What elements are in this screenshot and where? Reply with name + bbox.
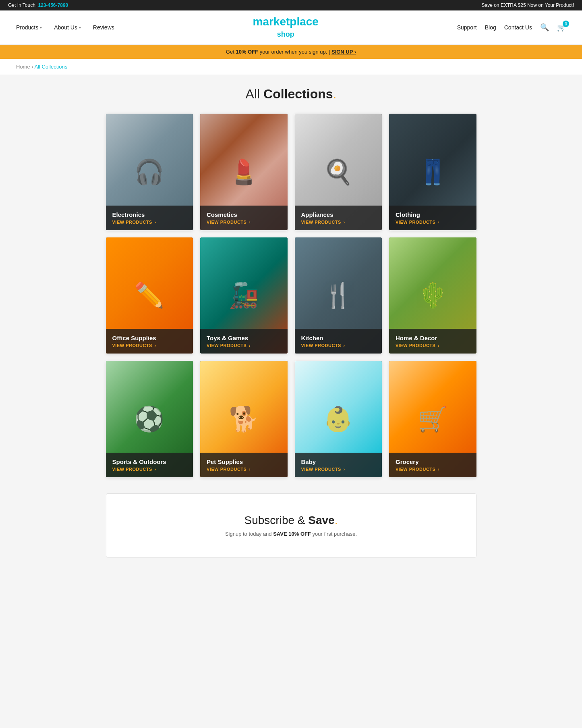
collection-card-sports-outdoors[interactable]: ⚽ Sports & Outdoors VIEW PRODUCTS › xyxy=(106,361,193,477)
card-link-cosmetics[interactable]: VIEW PRODUCTS › xyxy=(207,220,281,225)
save-amount: EXTRA $25 xyxy=(501,2,526,8)
collection-card-pet-supplies[interactable]: 🐕 Pet Supplies VIEW PRODUCTS › xyxy=(200,361,288,477)
signup-link[interactable]: SIGN UP › xyxy=(331,49,356,55)
card-link-toys-games[interactable]: VIEW PRODUCTS › xyxy=(207,343,281,348)
cart-icon[interactable]: 🛒 0 xyxy=(557,23,566,32)
card-overlay-cosmetics: Cosmetics VIEW PRODUCTS › xyxy=(200,206,288,230)
arrow-icon: › xyxy=(249,220,251,225)
card-overlay-office-supplies: Office Supplies VIEW PRODUCTS › xyxy=(106,329,193,354)
card-link-appliances[interactable]: VIEW PRODUCTS › xyxy=(301,220,376,225)
card-link-sports-outdoors[interactable]: VIEW PRODUCTS › xyxy=(112,467,187,472)
logo-text: marketplace shop xyxy=(253,16,318,39)
arrow-icon: › xyxy=(249,343,251,348)
card-link-pet-supplies[interactable]: VIEW PRODUCTS › xyxy=(207,467,281,472)
card-title-clothing: Clothing xyxy=(396,211,470,218)
card-title-baby: Baby xyxy=(301,458,376,465)
card-link-electronics[interactable]: VIEW PRODUCTS › xyxy=(112,220,187,225)
card-overlay-clothing: Clothing VIEW PRODUCTS › xyxy=(389,206,476,230)
search-icon[interactable]: 🔍 xyxy=(540,23,549,32)
collections-grid: 🎧 Electronics VIEW PRODUCTS › 💄 Cosmetic… xyxy=(106,114,476,477)
card-title-cosmetics: Cosmetics xyxy=(207,211,281,218)
collection-card-office-supplies[interactable]: ✏️ Office Supplies VIEW PRODUCTS › xyxy=(106,237,193,354)
title-dot: . xyxy=(333,87,337,101)
card-link-grocery[interactable]: VIEW PRODUCTS › xyxy=(396,467,470,472)
save-suffix: Now on Your Product! xyxy=(527,2,574,8)
promo-sep: | xyxy=(329,49,331,55)
logo-sub: shop xyxy=(277,30,294,38)
collection-card-kitchen[interactable]: 🍴 Kitchen VIEW PRODUCTS › xyxy=(295,237,382,354)
arrow-icon: › xyxy=(438,467,439,472)
card-overlay-pet-supplies: Pet Supplies VIEW PRODUCTS › xyxy=(200,453,288,477)
card-title-office-supplies: Office Supplies xyxy=(112,335,187,341)
nav-right: Support Blog Contact Us 🔍 🛒 0 xyxy=(457,23,566,32)
arrow-icon: › xyxy=(343,467,345,472)
save-offer: Save on EXTRA $25 Now on Your Product! xyxy=(481,2,574,8)
nav-blog[interactable]: Blog xyxy=(485,24,496,31)
card-link-clothing[interactable]: VIEW PRODUCTS › xyxy=(396,220,470,225)
collection-card-home-decor[interactable]: 🌵 Home & Decor VIEW PRODUCTS › xyxy=(389,237,476,354)
nav-products[interactable]: Products ▾ xyxy=(16,24,42,31)
collection-card-grocery[interactable]: 🛒 Grocery VIEW PRODUCTS › xyxy=(389,361,476,477)
collection-card-appliances[interactable]: 🍳 Appliances VIEW PRODUCTS › xyxy=(295,114,382,230)
nav-support[interactable]: Support xyxy=(457,24,477,31)
subscribe-dot: . xyxy=(335,514,338,526)
breadcrumb-current: All Collections xyxy=(35,64,68,70)
card-title-sports-outdoors: Sports & Outdoors xyxy=(112,458,187,465)
arrow-icon: › xyxy=(343,220,345,225)
collection-card-clothing[interactable]: 👖 Clothing VIEW PRODUCTS › xyxy=(389,114,476,230)
card-link-kitchen[interactable]: VIEW PRODUCTS › xyxy=(301,343,376,348)
promo-banner: Get 10% OFF your order when you sign up.… xyxy=(0,45,582,59)
card-overlay-appliances: Appliances VIEW PRODUCTS › xyxy=(295,206,382,230)
promo-text2: your order when you sign up. xyxy=(260,49,327,55)
arrow-icon: › xyxy=(343,343,345,348)
breadcrumb-home[interactable]: Home xyxy=(16,64,30,70)
chevron-down-icon: ▾ xyxy=(79,25,81,30)
site-logo[interactable]: marketplace shop xyxy=(253,16,318,39)
chevron-down-icon: ▾ xyxy=(40,25,42,30)
arrow-icon: › xyxy=(438,220,439,225)
card-overlay-electronics: Electronics VIEW PRODUCTS › xyxy=(106,206,193,230)
breadcrumb: Home › All Collections xyxy=(0,59,582,75)
card-overlay-baby: Baby VIEW PRODUCTS › xyxy=(295,453,382,477)
subscribe-subtitle: Signup to today and SAVE 10% OFF your fi… xyxy=(122,531,460,537)
subscribe-title: Subscribe & Save. xyxy=(122,514,460,527)
contact-info: Get In Touch: 123-456-7890 xyxy=(8,2,68,8)
cart-badge: 0 xyxy=(563,21,569,27)
subscribe-section: Subscribe & Save. Signup to today and SA… xyxy=(106,493,476,557)
arrow-icon: › xyxy=(154,220,156,225)
card-link-office-supplies[interactable]: VIEW PRODUCTS › xyxy=(112,343,187,348)
collection-card-toys-games[interactable]: 🚂 Toys & Games VIEW PRODUCTS › xyxy=(200,237,288,354)
phone-number[interactable]: 123-456-7890 xyxy=(38,2,68,8)
card-overlay-sports-outdoors: Sports & Outdoors VIEW PRODUCTS › xyxy=(106,453,193,477)
main-nav: Products ▾ About Us ▾ Reviews marketplac… xyxy=(0,10,582,45)
card-title-electronics: Electronics xyxy=(112,211,187,218)
card-overlay-kitchen: Kitchen VIEW PRODUCTS › xyxy=(295,329,382,354)
top-bar: Get In Touch: 123-456-7890 Save on EXTRA… xyxy=(0,0,582,10)
card-overlay-toys-games: Toys & Games VIEW PRODUCTS › xyxy=(200,329,288,354)
save-text: Save on xyxy=(481,2,499,8)
card-overlay-grocery: Grocery VIEW PRODUCTS › xyxy=(389,453,476,477)
card-link-home-decor[interactable]: VIEW PRODUCTS › xyxy=(396,343,470,348)
collection-card-electronics[interactable]: 🎧 Electronics VIEW PRODUCTS › xyxy=(106,114,193,230)
card-title-pet-supplies: Pet Supplies xyxy=(207,458,281,465)
card-title-grocery: Grocery xyxy=(396,458,470,465)
breadcrumb-sep: › xyxy=(31,64,33,70)
arrow-icon: › xyxy=(154,343,156,348)
card-title-toys-games: Toys & Games xyxy=(207,335,281,341)
card-overlay-home-decor: Home & Decor VIEW PRODUCTS › xyxy=(389,329,476,354)
nav-about[interactable]: About Us ▾ xyxy=(54,24,81,31)
card-link-baby[interactable]: VIEW PRODUCTS › xyxy=(301,467,376,472)
nav-reviews[interactable]: Reviews xyxy=(93,24,114,31)
contact-label: Get In Touch: xyxy=(8,2,37,8)
card-title-kitchen: Kitchen xyxy=(301,335,376,341)
nav-contact[interactable]: Contact Us xyxy=(504,24,532,31)
promo-text: Get xyxy=(226,49,234,55)
main-content: All Collections. 🎧 Electronics VIEW PROD… xyxy=(98,75,485,578)
arrow-icon: › xyxy=(249,467,251,472)
collection-card-baby[interactable]: 👶 Baby VIEW PRODUCTS › xyxy=(295,361,382,477)
card-title-home-decor: Home & Decor xyxy=(396,335,470,341)
collection-card-cosmetics[interactable]: 💄 Cosmetics VIEW PRODUCTS › xyxy=(200,114,288,230)
arrow-icon: › xyxy=(154,467,156,472)
nav-left: Products ▾ About Us ▾ Reviews xyxy=(16,24,114,31)
card-title-appliances: Appliances xyxy=(301,211,376,218)
